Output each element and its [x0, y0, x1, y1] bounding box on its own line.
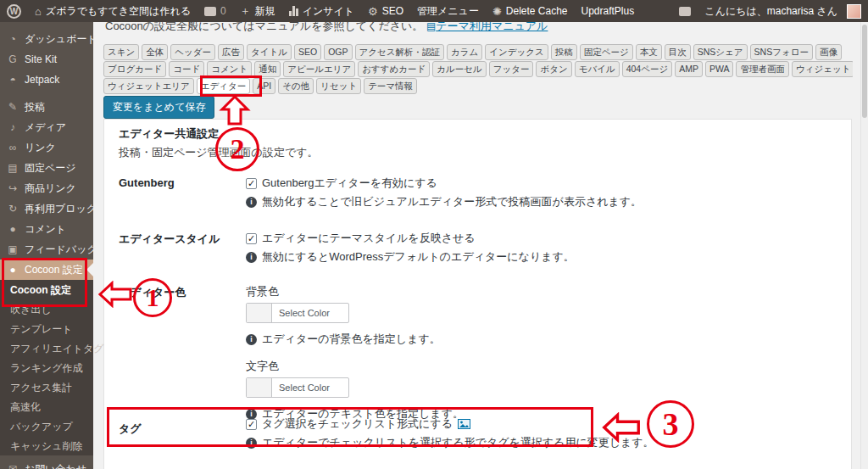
section-description: 投稿・固定ページ管理画面の設定です。 [119, 145, 319, 160]
settings-tab[interactable]: 管理者画面 [736, 61, 789, 77]
product-link-icon: ↪ [7, 182, 19, 194]
settings-tab[interactable]: PWA [705, 61, 734, 77]
settings-tab[interactable]: SNSシェア [693, 44, 748, 60]
settings-tab[interactable]: インデックス [485, 44, 548, 60]
tag-label: タグ [119, 416, 246, 437]
sidebar-item[interactable]: ◔ ダッシュボード [0, 29, 93, 49]
cocoon-submenu-item[interactable]: Cocoon 設定 [0, 280, 93, 299]
settings-tab[interactable]: SEO [294, 44, 321, 60]
settings-tab[interactable]: 固定ページ [580, 44, 633, 60]
settings-tab[interactable]: モバイル [575, 61, 620, 77]
sidebar-item[interactable]: ✎ 投稿 [0, 97, 93, 117]
cocoon-submenu-item[interactable]: 吹き出し [0, 299, 93, 319]
settings-tab[interactable]: 全体 [142, 44, 168, 60]
tag-checkbox[interactable]: ✓ [246, 419, 257, 430]
sidebar-item-cocoon-settings[interactable]: ● Cocoon 設定 [0, 260, 93, 280]
cocoon-submenu: Cocoon 設定 吹き出し テンプレート アフィリエイトタグ ランキング作成 … [0, 280, 93, 455]
settings-tab[interactable]: 広告 [218, 44, 244, 60]
settings-tab[interactable]: ヘッダー [170, 44, 215, 60]
account-menu[interactable]: こんにちは、macharisa さん [698, 0, 868, 22]
settings-tab[interactable]: 目次 [665, 44, 691, 60]
cocoon-submenu-item[interactable]: キャッシュ削除 [0, 436, 93, 455]
sidebar-item[interactable]: G Site Kit [0, 49, 93, 70]
sidebar-item[interactable]: ● コメント [0, 219, 93, 239]
sidebar-item-contact[interactable]: ✉ お問い合わせ [0, 459, 93, 469]
settings-tab[interactable]: おすすめカード [358, 61, 430, 77]
bg-color-label: 背景色 [246, 284, 464, 299]
cocoon-submenu-item[interactable]: ランキング作成 [0, 358, 93, 377]
plus-icon: ＋ [240, 3, 251, 19]
sidebar-item[interactable]: ♪ メディア [0, 117, 93, 137]
scrollbar-thumb[interactable] [862, 25, 867, 118]
document-icon: ▤ [426, 20, 436, 32]
settings-tab[interactable]: コメント [207, 61, 252, 77]
insights-menu[interactable]: インサイト [282, 0, 361, 22]
settings-tab[interactable]: 本文 [636, 44, 662, 60]
settings-tab[interactable]: ボタン [536, 61, 571, 77]
sidebar-item[interactable]: ◓ Jetpack [0, 70, 93, 90]
page-scrollbar[interactable] [860, 22, 868, 469]
sidebar-item-label: Jetpack [25, 74, 59, 86]
cocoon-submenu-item[interactable]: バックアップ [0, 416, 93, 436]
sidebar-item[interactable]: ↪ 商品リンク [0, 178, 93, 198]
cocoon-submenu-item[interactable]: テンプレート [0, 319, 93, 338]
comments-menu[interactable]: 0 [198, 0, 233, 22]
settings-tab[interactable]: カラム [447, 44, 482, 60]
sidebar-item[interactable]: ▤ 固定ページ [0, 158, 93, 178]
links-icon: ∞ [7, 142, 19, 154]
settings-tab[interactable]: ウィジェット [792, 61, 853, 77]
jetpack-icon: ◓ [7, 74, 19, 86]
settings-tab[interactable]: スキン [103, 44, 139, 60]
settings-tab[interactable]: API [253, 78, 275, 94]
admin-menu-editor[interactable]: 管理メニュー [410, 0, 486, 22]
settings-tab[interactable]: エディター [197, 78, 250, 94]
settings-tab[interactable]: ブログカード [103, 61, 166, 77]
settings-tab[interactable]: 404ページ [622, 61, 673, 77]
sidebar-item[interactable]: ↻ 再利用ブロック [0, 198, 93, 219]
settings-tab[interactable]: テーマ情報 [364, 78, 417, 94]
site-name-menu[interactable]: ⌂ ズボラでもすてき空間は作れる [28, 0, 198, 22]
editor-style-checkbox[interactable]: ✓ [246, 233, 257, 244]
cocoon-submenu-label: アクセス集計 [10, 382, 72, 394]
settings-tab[interactable]: 投稿 [551, 44, 577, 60]
dashboard-icon: ◔ [7, 33, 19, 45]
gutenberg-checkbox-label[interactable]: Gutenbergエディターを有効にする [262, 176, 437, 191]
sidebar-item[interactable]: ▣ フィードバック [0, 239, 93, 260]
screenshot-icon[interactable] [458, 419, 470, 429]
bg-select-color-button[interactable]: Select Color [246, 303, 349, 323]
editor-style-checkbox-label[interactable]: エディターにテーマスタイルを反映させる [262, 231, 476, 246]
select-color-label: Select Color [272, 304, 337, 322]
settings-tab[interactable]: その他 [278, 78, 314, 94]
cocoon-submenu-item[interactable]: 高速化 [0, 397, 93, 416]
bar-chart-icon [289, 6, 298, 16]
notification-bubble[interactable] [672, 0, 698, 22]
settings-tab[interactable]: アピールエリア [283, 61, 355, 77]
settings-tab[interactable]: リセット [316, 78, 361, 94]
delete-cache-menu[interactable]: ✺ Delete Cache [486, 0, 575, 22]
wordpress-logo-menu[interactable]: W [0, 0, 28, 22]
cocoon-submenu-item[interactable]: アフィリエイトタグ [0, 338, 93, 358]
gutenberg-checkbox[interactable]: ✓ [246, 178, 257, 189]
sidebar-item[interactable]: ∞ リンク [0, 137, 93, 158]
settings-tab[interactable]: OGP [324, 44, 352, 60]
tag-checkbox-label[interactable]: タグ選択をチェックリスト形式にする [262, 416, 453, 432]
settings-tab[interactable]: カルーセル [432, 61, 486, 77]
text-select-color-button[interactable]: Select Color [246, 377, 349, 398]
settings-tab[interactable]: SNSフォロー [750, 44, 813, 60]
updraftplus-menu[interactable]: UpdraftPlus [575, 0, 642, 22]
settings-tab[interactable]: アクセス解析・認証 [355, 44, 444, 60]
settings-tab[interactable]: フッター [489, 61, 534, 77]
settings-tab[interactable]: タイトル [247, 44, 292, 60]
settings-tab[interactable]: 通知 [254, 61, 281, 77]
seo-menu[interactable]: ⚙ SEO [361, 0, 410, 22]
save-all-button[interactable]: 変更をまとめて保存 [103, 96, 214, 119]
settings-tab[interactable]: AMP [675, 61, 703, 77]
new-content-menu[interactable]: ＋ 新規 [233, 0, 282, 22]
settings-tab[interactable]: コード [169, 61, 204, 77]
cocoon-submenu-item[interactable]: アクセス集計 [0, 377, 93, 397]
contact-label: お問い合わせ [25, 462, 86, 469]
settings-tab[interactable]: 画像 [815, 44, 842, 60]
new-label: 新規 [255, 4, 275, 19]
sidebar-item-label: コメント [25, 222, 66, 237]
settings-tab[interactable]: ウィジェットエリア [103, 78, 194, 94]
